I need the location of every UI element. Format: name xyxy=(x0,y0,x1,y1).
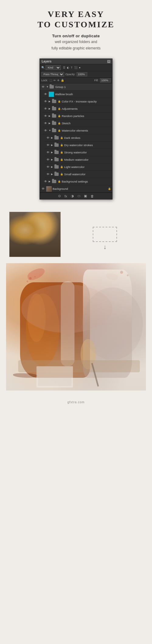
ps-panel-close-button[interactable]: ✕ xyxy=(107,60,110,63)
adjustment-filter-icon[interactable]: ◐ xyxy=(67,66,69,69)
svg-point-10 xyxy=(120,271,123,274)
folder-icon xyxy=(54,136,59,139)
search-icon: 🔍 xyxy=(41,66,45,69)
folder-icon xyxy=(54,165,59,169)
layer-row-sketch[interactable]: 👁 ▶ 🔒 Sketch xyxy=(42,120,112,127)
folder-icon xyxy=(52,122,56,125)
lock-all-icon[interactable]: 🔒 xyxy=(61,79,64,82)
blend-mode-dropdown[interactable]: Pass Through xyxy=(41,72,64,77)
kind-dropdown[interactable]: Kind xyxy=(46,65,61,70)
expand-arrow-icon[interactable]: ▶ xyxy=(51,166,54,168)
transform-section: ↓ xyxy=(0,206,152,263)
expand-arrow-icon[interactable]: ▶ xyxy=(51,151,54,154)
layer-row-bg-settings[interactable]: 👁 ▶ 🔒 Background settings xyxy=(42,178,112,185)
layer-row-adjustments[interactable]: 👁 ▶ 🔒 Adjustments xyxy=(42,105,112,112)
expand-arrow-icon[interactable]: ▶ xyxy=(51,158,54,161)
expand-arrow-icon[interactable]: ▶ xyxy=(49,180,51,183)
new-layer-icon[interactable]: ▣ xyxy=(84,194,87,198)
layer-row-watercolor-elements[interactable]: 👁 ▼ 🔒 Watercolor elements xyxy=(42,127,112,134)
fill-label: Fill: xyxy=(94,79,98,82)
lock-icon: 🔒 xyxy=(58,129,61,132)
expand-arrow-icon[interactable]: ▶ xyxy=(51,144,54,146)
visibility-eye-icon[interactable]: 👁 xyxy=(46,136,50,139)
folder-icon xyxy=(54,151,59,154)
adjustment-icon[interactable]: ◑ xyxy=(71,194,74,198)
expand-arrow-icon[interactable]: ▼ xyxy=(49,129,51,132)
lock-icon: 🔒 xyxy=(60,158,63,161)
expand-arrow-icon[interactable]: ▶ xyxy=(49,115,51,117)
layer-row-dark-strokes[interactable]: 👁 ▶ 🔒 Dark strokes xyxy=(45,134,112,142)
svg-point-9 xyxy=(26,280,28,282)
visibility-eye-icon[interactable]: 👁 xyxy=(46,143,50,147)
shape-filter-icon[interactable]: ⬛ xyxy=(74,66,78,69)
lock-icon: 🔒 xyxy=(60,136,63,139)
watercolor-section xyxy=(0,263,152,397)
layer-row-dry-watercolor[interactable]: 👁 ▶ 🔒 Dry watercolor strokes xyxy=(45,142,112,149)
visibility-eye-icon[interactable]: 👁 xyxy=(43,180,48,183)
folder-thumb xyxy=(50,85,54,89)
expand-arrow-icon[interactable]: ▶ xyxy=(49,122,51,125)
layer-row-colorfx[interactable]: 👁 ▶ 🔒 Color FX - Increase opacity xyxy=(42,98,112,105)
visibility-eye-icon[interactable]: 👁 xyxy=(43,114,48,118)
expand-arrow-icon[interactable]: ▶ xyxy=(51,173,54,176)
layer-name-bg-settings: Background settings xyxy=(62,180,111,183)
ps-layers-list: 👁 ▼ Group 1 👁 Walliow brush 👁 ▶ xyxy=(40,83,112,193)
folder-thumb xyxy=(52,114,57,118)
fill-value: 100% xyxy=(100,78,111,82)
lock-icon: 🔒 xyxy=(58,107,61,110)
layer-name-dry-watercolor: Dry watercolor strokes xyxy=(64,143,111,147)
visibility-eye-icon[interactable]: 👁 xyxy=(43,129,48,132)
lock-image-icon[interactable]: ✏ xyxy=(54,79,56,82)
footer-text: gfxtra.com xyxy=(67,401,85,404)
folder-thumb xyxy=(54,173,59,176)
pixel-filter-icon[interactable]: ☰ xyxy=(63,66,65,69)
visibility-eye-icon[interactable]: 👁 xyxy=(41,187,45,190)
expand-arrow-icon[interactable]: ▶ xyxy=(51,136,54,139)
visibility-eye-icon[interactable]: 👁 xyxy=(46,173,50,176)
layer-row-particles[interactable]: 👁 ▶ 🔒 Random particles xyxy=(42,112,112,120)
lock-icon: 🔒 xyxy=(108,187,111,190)
subtitle-line2: fully editable graphic elements xyxy=(6,45,146,51)
ps-filter-icons: ☰ ◐ T ⬛ ● xyxy=(63,66,81,69)
ps-panel-title: Layers xyxy=(42,60,51,63)
ps-lock-row: Lock: ⬚ ✏ ✛ 🔒 Fill: 100% xyxy=(40,78,112,83)
visibility-eye-icon[interactable]: 👁 xyxy=(43,107,48,110)
ps-panel-titlebar: Layers ✕ xyxy=(40,59,112,64)
expand-arrow-icon[interactable]: ▼ xyxy=(46,86,49,88)
layer-row-group1[interactable]: 👁 ▼ Group 1 xyxy=(40,83,112,91)
layer-row-strong-watercolor[interactable]: 👁 ▶ 🔒 Strong watercolor xyxy=(45,149,112,156)
layer-row-small-watercolor[interactable]: 👁 ▶ 🔒 Small watercolor xyxy=(45,171,112,178)
svg-point-6 xyxy=(82,287,143,360)
visibility-eye-icon[interactable]: 👁 xyxy=(43,122,48,125)
visibility-eye-icon[interactable]: 👁 xyxy=(43,100,48,103)
visibility-eye-icon[interactable]: 👁 xyxy=(41,85,45,89)
visibility-eye-icon[interactable]: 👁 xyxy=(46,151,50,154)
visibility-eye-icon[interactable]: 👁 xyxy=(46,165,50,169)
layer-row-medium-watercolor[interactable]: 👁 ▶ 🔒 Medium watercolor xyxy=(45,156,112,163)
fx-icon[interactable]: fx xyxy=(64,194,67,198)
layer-name-strong-watercolor: Strong watercolor xyxy=(64,151,111,154)
folder-icon xyxy=(54,158,59,161)
expand-arrow-icon[interactable]: ▶ xyxy=(49,100,51,103)
folder-icon xyxy=(52,180,56,183)
mask-icon[interactable]: ⬭ xyxy=(78,194,80,198)
layer-row-light-watercolor[interactable]: 👁 ▶ 🔒 Light watercolor xyxy=(45,163,112,171)
layer-row-walliow[interactable]: 👁 Walliow brush xyxy=(42,91,112,98)
layer-name-particles: Random particles xyxy=(62,114,111,118)
type-filter-icon[interactable]: T xyxy=(71,66,73,69)
smart-filter-icon[interactable]: ● xyxy=(79,66,81,69)
visibility-eye-icon[interactable]: 👁 xyxy=(43,92,48,96)
lock-transparent-icon[interactable]: ⬚ xyxy=(50,79,52,82)
layer-row-background[interactable]: 👁 Background 🔒 xyxy=(40,185,112,193)
expand-arrow-icon[interactable]: ▶ xyxy=(49,107,51,110)
delete-layer-icon[interactable]: 🗑 xyxy=(91,194,94,198)
visibility-eye-icon[interactable]: 👁 xyxy=(46,158,50,161)
layer-name-sketch: Sketch xyxy=(62,122,111,125)
lock-position-icon[interactable]: ✛ xyxy=(57,79,60,82)
layer-name-background: Background xyxy=(53,187,107,190)
new-group-icon[interactable]: ⊙ xyxy=(58,194,61,198)
layer-name-small-watercolor: Small watercolor xyxy=(64,173,111,176)
opacity-value: 100% xyxy=(77,72,87,76)
svg-point-8 xyxy=(34,276,36,277)
header-section: VERY EASY TO CUSTOMIZE Turn on/off or du… xyxy=(0,0,152,55)
